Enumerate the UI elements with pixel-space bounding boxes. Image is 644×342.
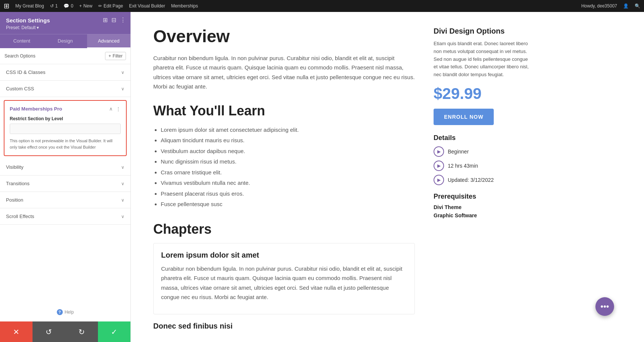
search-options-label: Search Options <box>4 53 103 59</box>
user-icon: 👤 <box>623 3 629 9</box>
pmp-section: Paid Memberships Pro ∧ ⋮ Restrict Sectio… <box>4 100 127 156</box>
prereq-graphic: Graphic Software <box>434 212 531 218</box>
comments-link[interactable]: 💬 0 <box>64 3 73 9</box>
list-item: Vestibulum auctor dapibus neque. <box>161 146 415 157</box>
sidebar-tabs: Content Design Advanced <box>0 34 130 48</box>
accordion-position: Position ∨ <box>0 192 130 208</box>
help-area: ? Help <box>0 305 130 320</box>
cancel-button[interactable]: ✕ <box>0 321 33 342</box>
details-title: Details <box>434 134 531 142</box>
save-button[interactable]: ✓ <box>98 321 130 342</box>
learn-list: Lorem ipsum dolor sit amet consectetuer … <box>153 125 415 210</box>
restrict-level-input[interactable] <box>10 124 121 134</box>
restrict-level-label: Restrict Section by Level <box>10 116 121 121</box>
wordpress-icon[interactable]: ⊞ <box>4 2 9 10</box>
prerequisites-section: Prerequisites Divi Theme Graphic Softwar… <box>434 193 531 218</box>
help-icon[interactable]: ? <box>57 309 63 315</box>
chevron-down-icon: ∨ <box>121 165 124 170</box>
redo-button[interactable]: ↻ <box>65 321 98 342</box>
list-item: Fusce pellentesque susc <box>161 199 415 210</box>
price-display: $29.99 <box>434 85 531 103</box>
revision-icon: ↺ <box>50 3 54 9</box>
chapters-heading: Chapters <box>153 221 415 237</box>
detail-beginner: ▶ Beginner <box>434 146 531 157</box>
undo-button[interactable]: ↺ <box>33 321 65 342</box>
play-icon: ▶ <box>434 161 444 171</box>
sidebar-search-bar: Search Options + Filter <box>0 48 130 64</box>
accordion-header-visibility[interactable]: Visibility ∨ <box>0 159 130 175</box>
columns-icon[interactable]: ⊟ <box>111 16 116 24</box>
list-item: Nunc dignissim risus id metus. <box>161 156 415 167</box>
exit-builder-link[interactable]: Exit Visual Builder <box>129 3 165 9</box>
grid-icon[interactable]: ⊞ <box>103 16 108 24</box>
chapter-text: Curabitur non bibendum ligula. In non pu… <box>161 264 407 302</box>
overview-heading: Overview <box>153 27 415 46</box>
main-content: Overview Curabitur non bibendum ligula. … <box>153 27 415 327</box>
divi-options-desc: Etiam quis blandit erat. Donec laoreet l… <box>434 40 531 79</box>
admin-bar: ⊞ My Great Blog ↺ 1 💬 0 + New ✏ Edit Pag… <box>0 0 644 12</box>
howdy-text: Howdy, dee35007 <box>581 3 617 9</box>
detail-duration: ▶ 12 hrs 43min <box>434 161 531 171</box>
chevron-up-icon[interactable]: ∧ <box>109 106 113 112</box>
chapter-item: Lorem ipsum dolor sit amet Curabitur non… <box>153 243 415 314</box>
chevron-down-icon: ∨ <box>121 86 124 91</box>
sidebar-header: Section Settings Preset: Default ▾ ⊞ ⊟ ⋮ <box>0 12 130 34</box>
pmp-title: Paid Memberships Pro <box>10 106 62 112</box>
accordion-visibility: Visibility ∨ <box>0 159 130 175</box>
chevron-down-icon: ▾ <box>37 25 39 30</box>
detail-label: Beginner <box>448 149 469 155</box>
prerequisites-title: Prerequisites <box>434 193 531 200</box>
list-item: Aliquam tincidunt mauris eu risus. <box>161 135 415 146</box>
new-link[interactable]: + New <box>79 3 92 9</box>
tab-content[interactable]: Content <box>0 34 43 48</box>
fab-button[interactable]: ••• <box>595 297 614 316</box>
prereq-divi: Divi Theme <box>434 204 531 210</box>
main-layout: Section Settings Preset: Default ▾ ⊞ ⊟ ⋮… <box>0 12 644 342</box>
pmp-header: Paid Memberships Pro ∧ ⋮ <box>10 106 121 112</box>
sidebar-header-icons: ⊞ ⊟ ⋮ <box>103 16 126 24</box>
help-label: Help <box>65 310 74 315</box>
accordion-transitions: Transitions ∨ <box>0 175 130 192</box>
accordion-css-id: CSS ID & Classes ∨ <box>0 64 130 81</box>
blog-name-link[interactable]: My Great Blog <box>15 3 44 9</box>
chevron-down-icon: ∨ <box>121 70 124 75</box>
filter-icon: + <box>108 53 111 59</box>
more-icon[interactable]: ⋮ <box>120 16 126 24</box>
left-sidebar: Section Settings Preset: Default ▾ ⊞ ⊟ ⋮… <box>0 12 131 342</box>
sidebar-content: CSS ID & Classes ∨ Custom CSS ∨ Paid Mem… <box>0 64 130 342</box>
sidebar-toolbar: ✕ ↺ ↻ ✓ <box>0 321 130 342</box>
tab-design[interactable]: Design <box>43 34 87 48</box>
comment-icon: 💬 <box>64 3 69 9</box>
accordion-scroll-effects: Scroll Effects ∨ <box>0 208 130 225</box>
details-section: Details ▶ Beginner ▶ 12 hrs 43min ▶ Upda… <box>434 134 531 185</box>
chevron-down-icon: ∨ <box>121 181 124 186</box>
revisions-link[interactable]: ↺ 1 <box>50 3 58 9</box>
chevron-down-icon: ∨ <box>121 214 124 219</box>
list-item: Lorem ipsum dolor sit amet consectetuer … <box>161 125 415 136</box>
accordion-header-css-id[interactable]: CSS ID & Classes ∨ <box>0 64 130 80</box>
accordion-header-custom-css[interactable]: Custom CSS ∨ <box>0 81 130 97</box>
list-item: Vivamus vestibulum ntulla nec ante. <box>161 178 415 189</box>
pencil-icon: ✏ <box>98 3 102 9</box>
detail-label: 12 hrs 43min <box>448 163 478 169</box>
tab-advanced[interactable]: Advanced <box>87 34 130 48</box>
more-icon[interactable]: ⋮ <box>116 106 121 112</box>
enroll-button[interactable]: ENROLL NOW <box>434 109 494 125</box>
edit-page-link[interactable]: ✏ Edit Page <box>98 3 123 9</box>
accordion-header-position[interactable]: Position ∨ <box>0 192 130 208</box>
filter-button[interactable]: + Filter <box>105 52 126 60</box>
divi-options-title: Divi Design Options <box>434 27 531 35</box>
accordion-header-transitions[interactable]: Transitions ∨ <box>0 175 130 192</box>
search-icon[interactable]: 🔍 <box>635 3 640 9</box>
right-sidebar: Divi Design Options Etiam quis blandit e… <box>430 27 534 327</box>
chapter-subtitle: Donec sed finibus nisi <box>153 322 415 330</box>
sidebar-preset: Preset: Default ▾ <box>6 25 124 30</box>
detail-label: Updated: 3/12/2022 <box>448 177 494 183</box>
memberships-link[interactable]: Memberships <box>171 3 198 9</box>
accordion-header-scroll-effects[interactable]: Scroll Effects ∨ <box>0 208 130 224</box>
ellipsis-icon: ••• <box>600 302 609 311</box>
pmp-icons: ∧ ⋮ <box>109 106 121 112</box>
overview-text: Curabitur non bibendum ligula. In non pu… <box>153 53 415 91</box>
plus-icon: + <box>79 3 82 9</box>
play-icon: ▶ <box>434 146 444 157</box>
